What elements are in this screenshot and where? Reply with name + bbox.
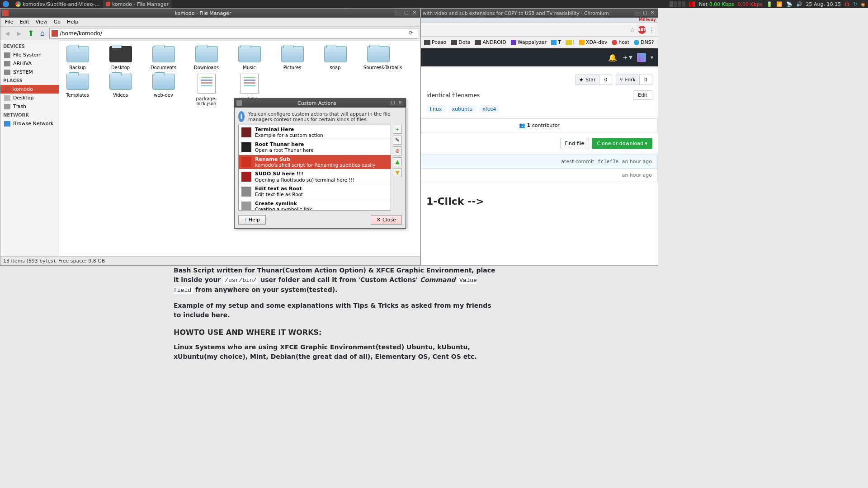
- folder-documents[interactable]: Documents: [149, 46, 178, 70]
- folder-webdev[interactable]: web-dev: [149, 74, 178, 106]
- menu-edit[interactable]: Edit: [17, 18, 32, 26]
- xfce-menu-button[interactable]: [0, 0, 12, 8]
- maximize-button[interactable]: ▢: [403, 10, 410, 16]
- fm-titlebar[interactable]: komodo - File Manager — ▢ ✕: [0, 9, 420, 18]
- actions-list[interactable]: Terminal HereExample for a custom action…: [238, 125, 391, 211]
- file-package-lock[interactable]: package-lock.json: [192, 74, 221, 106]
- power-icon[interactable]: ⏻: [844, 1, 849, 7]
- bm-dota[interactable]: Dota: [449, 39, 472, 45]
- workspace-switcher[interactable]: [670, 1, 685, 7]
- minimize-button[interactable]: —: [395, 10, 402, 16]
- file-row-time[interactable]: an hour ago: [421, 169, 658, 182]
- action-terminal-here[interactable]: Terminal HereExample for a custom action: [239, 125, 391, 140]
- folder-downloads[interactable]: Downloads: [192, 46, 221, 70]
- chrome-tabbar[interactable]: Millway: [421, 18, 658, 23]
- cpu-graph-icon[interactable]: [689, 1, 695, 7]
- bm-i[interactable]: I: [564, 39, 576, 45]
- home-button[interactable]: ⌂: [38, 28, 47, 38]
- folder-music[interactable]: Music: [235, 46, 264, 70]
- folder-backup[interactable]: Backup: [63, 46, 92, 70]
- fork-button[interactable]: ⑂Fork0: [616, 75, 652, 85]
- close-dialog-button[interactable]: ✕Close: [371, 215, 402, 225]
- bm-t[interactable]: T: [550, 39, 562, 45]
- sidebar-trash[interactable]: Trash: [0, 102, 59, 111]
- bookmark-star-icon[interactable]: ☆: [629, 26, 635, 33]
- session-icon[interactable]: ◉: [861, 1, 865, 7]
- maximize-button[interactable]: ▢: [642, 10, 649, 16]
- clock[interactable]: 25 Aug, 10:15: [806, 1, 841, 7]
- action-create-symlink[interactable]: Create symlinkCreating a symbolic link: [239, 199, 391, 211]
- tag-xfce4[interactable]: xfce4: [479, 105, 500, 113]
- battery-icon[interactable]: 🔋: [766, 1, 773, 7]
- action-rename-sub[interactable]: Rename Subkomodo's shell script for Rena…: [239, 155, 391, 170]
- chrome-titlebar[interactable]: with video and sub extensions for COPY t…: [421, 9, 658, 18]
- people-icon: 👥: [519, 122, 525, 128]
- action-edit-root[interactable]: Edit text as RootEdit text file as Root: [239, 184, 391, 199]
- folder-pictures[interactable]: Pictures: [278, 46, 307, 70]
- folder-desktop[interactable]: Desktop: [106, 46, 135, 70]
- bell-icon[interactable]: 🔔: [608, 53, 617, 62]
- desktop-icon: [4, 95, 10, 101]
- minimize-button[interactable]: ▢: [389, 100, 396, 106]
- taskbar-filemanager[interactable]: komodo - File Manager: [103, 0, 171, 8]
- avatar[interactable]: [637, 53, 646, 62]
- refresh-icon[interactable]: ⟳: [409, 30, 416, 37]
- bm-android[interactable]: ANDROID: [473, 39, 507, 45]
- edit-action-button[interactable]: ✎: [393, 136, 402, 145]
- bm-wappalyzer[interactable]: Wappalyzer: [509, 39, 548, 45]
- delete-action-button[interactable]: ⊘: [393, 146, 402, 155]
- bm-xda[interactable]: XDA-dev: [578, 39, 609, 45]
- sidebar-system[interactable]: SYSTEM: [0, 68, 59, 76]
- menu-help[interactable]: Help: [64, 18, 81, 26]
- bm-dns[interactable]: DNS?: [632, 39, 656, 45]
- folder-snap[interactable]: snap: [321, 46, 350, 70]
- action-root-thunar[interactable]: Root Thunar hereOpen a root Thunar here: [239, 140, 391, 155]
- back-button[interactable]: ◀: [2, 28, 12, 38]
- update-icon[interactable]: ↻: [853, 1, 857, 7]
- folder-videos[interactable]: Videos: [106, 74, 135, 106]
- menu-view[interactable]: View: [33, 18, 50, 26]
- folder-templates[interactable]: Templates: [63, 74, 92, 106]
- volume-icon[interactable]: 🔊: [796, 1, 802, 7]
- clone-button[interactable]: Clone or download ▾: [592, 138, 652, 149]
- dialog-titlebar[interactable]: Custom Actions ▢ ✕: [235, 99, 406, 108]
- sidebar-komodo[interactable]: komodo: [0, 85, 59, 94]
- find-file-button[interactable]: Find file: [560, 138, 590, 149]
- taskbar-chromium[interactable]: komodev/Subtitle-and-Video-...: [13, 0, 102, 8]
- plus-icon[interactable]: ＋▾: [622, 53, 632, 62]
- address-bar[interactable]: /home/komodo/ ⟳: [49, 28, 418, 39]
- minimize-button[interactable]: —: [634, 10, 642, 16]
- sidebar-arhiva[interactable]: ARHIVA: [0, 59, 59, 68]
- action-sudo-su[interactable]: SUDO SU here !!!Opening a Root(sudo su) …: [239, 169, 391, 184]
- tag-xubuntu[interactable]: xubuntu: [448, 105, 476, 113]
- star-button[interactable]: ★Star0: [575, 75, 612, 85]
- edit-button[interactable]: Edit: [633, 90, 652, 100]
- wifi-icon[interactable]: 📡: [786, 1, 793, 7]
- close-button[interactable]: ✕: [396, 100, 404, 106]
- indicator-icon[interactable]: 📶: [776, 1, 783, 7]
- adblock-icon[interactable]: ABP: [638, 26, 646, 34]
- close-button[interactable]: ✕: [411, 10, 418, 16]
- sidebar-browse-network[interactable]: Browse Network: [0, 119, 59, 128]
- help-button[interactable]: ?Help: [238, 215, 266, 225]
- menu-file[interactable]: File: [2, 18, 16, 26]
- add-action-button[interactable]: ＋: [393, 125, 402, 134]
- contributors-stat[interactable]: 👥 1 contributor: [421, 119, 657, 132]
- forward-button[interactable]: ▶: [14, 28, 24, 38]
- bookmarks-overflow[interactable]: »: [657, 39, 658, 45]
- bm-host[interactable]: host: [610, 39, 631, 45]
- github-page[interactable]: 🔔 ＋▾ ▾ ★Star0 ⑂Fork0 identical filenames…: [421, 48, 658, 265]
- chrome-menu-icon[interactable]: ⋮: [649, 26, 655, 33]
- latest-commit[interactable]: atest commit fc1ef3e an hour ago: [421, 155, 658, 169]
- sidebar-filesystem[interactable]: File System: [0, 51, 59, 59]
- bm-posao[interactable]: Posao: [423, 39, 448, 45]
- move-down-button[interactable]: ▼: [393, 168, 402, 177]
- fm-toolbar: ◀ ▶ ⬆ ⌂ /home/komodo/ ⟳: [0, 27, 420, 40]
- move-up-button[interactable]: ▲: [393, 157, 402, 166]
- close-button[interactable]: ✕: [649, 10, 656, 16]
- menu-go[interactable]: Go: [51, 18, 63, 26]
- sidebar-desktop[interactable]: Desktop: [0, 94, 59, 102]
- up-button[interactable]: ⬆: [26, 28, 36, 38]
- folder-sources[interactable]: Sources&Tarballs: [363, 46, 393, 70]
- tag-linux[interactable]: linux: [426, 105, 446, 113]
